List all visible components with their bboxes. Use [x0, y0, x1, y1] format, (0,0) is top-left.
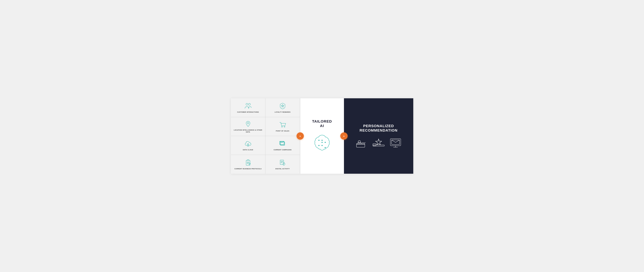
svg-point-38 [358, 140, 360, 143]
customer-interactions-label: CUSTOMER INTERACTIONS [237, 111, 259, 113]
svg-point-4 [282, 126, 282, 128]
ai-brain-icon [312, 132, 332, 153]
data-cloud-label: DATA CLOUD [243, 149, 253, 151]
cell-customer-interactions: CUSTOMER INTERACTIONS [231, 98, 266, 117]
main-container: CUSTOMER INTERACTIONS LOYALTY REWARDS LO… [231, 98, 413, 174]
svg-point-32 [318, 140, 320, 141]
current-business-protocols-icon [244, 159, 252, 166]
current-business-protocols-label: CURRENT BUSINESS PROTOCOLS [234, 168, 262, 170]
cell-current-business-protocols: CURRENT BUSINESS PROTOCOLS [231, 155, 266, 174]
location-intelligence-icon [244, 120, 252, 128]
tailored-ai-label: TAILORED AI [312, 119, 332, 128]
service-icon [355, 138, 368, 148]
svg-point-33 [325, 142, 326, 143]
svg-point-3 [247, 122, 249, 124]
svg-marker-2 [281, 105, 284, 107]
current-campaigns-icon [279, 140, 286, 147]
svg-point-35 [325, 147, 326, 148]
right-arrow-button[interactable]: » [340, 132, 348, 140]
point-of-sales-icon [279, 121, 286, 129]
digital-activity-icon [279, 159, 286, 166]
svg-point-30 [322, 142, 322, 143]
cell-data-cloud: DATA CLOUD [231, 136, 266, 155]
star-recommendation-icon [372, 138, 385, 148]
right-panel: » PERSONALIZED RECOMMENDATION [344, 98, 413, 174]
left-arrow-button[interactable]: » [296, 132, 304, 140]
svg-point-5 [284, 126, 285, 128]
email-monitor-icon [389, 138, 402, 148]
point-of-sales-label: POINT OF SALES [276, 130, 289, 132]
svg-point-31 [322, 145, 322, 146]
cell-loyalty-rewards: LOYALTY REWARDS [266, 98, 300, 117]
recommendation-icons [355, 138, 402, 148]
svg-point-1 [248, 103, 250, 105]
cell-point-of-sales: POINT OF SALES [266, 117, 300, 136]
personalized-recommendation-label: PERSONALIZED RECOMMENDATION [360, 124, 398, 133]
left-panel: CUSTOMER INTERACTIONS LOYALTY REWARDS LO… [231, 98, 300, 174]
svg-rect-40 [373, 143, 376, 146]
loyalty-rewards-icon [279, 102, 286, 110]
cell-location-intelligence: LOCATION INTELLIGENCE & OTHER DATA [231, 117, 266, 136]
cell-current-campaigns: CURRENT CAMPAIGNS [266, 136, 300, 155]
svg-marker-41 [376, 139, 382, 145]
svg-rect-42 [390, 138, 401, 146]
svg-rect-39 [373, 145, 384, 146]
customer-interactions-icon [244, 102, 252, 110]
svg-point-0 [246, 103, 248, 105]
cell-digital-activity: DIGITAL ACTIVITY [266, 155, 300, 174]
location-intelligence-label: LOCATION INTELLIGENCE & OTHER DATA [232, 129, 264, 133]
middle-panel: » TAILORED AI [300, 98, 344, 174]
loyalty-rewards-label: LOYALTY REWARDS [275, 111, 290, 113]
digital-activity-label: DIGITAL ACTIVITY [276, 168, 290, 170]
svg-point-34 [318, 145, 320, 146]
svg-rect-37 [356, 144, 365, 147]
current-campaigns-label: CURRENT CAMPAIGNS [274, 149, 292, 151]
svg-point-29 [322, 140, 322, 141]
data-cloud-icon [244, 140, 252, 147]
